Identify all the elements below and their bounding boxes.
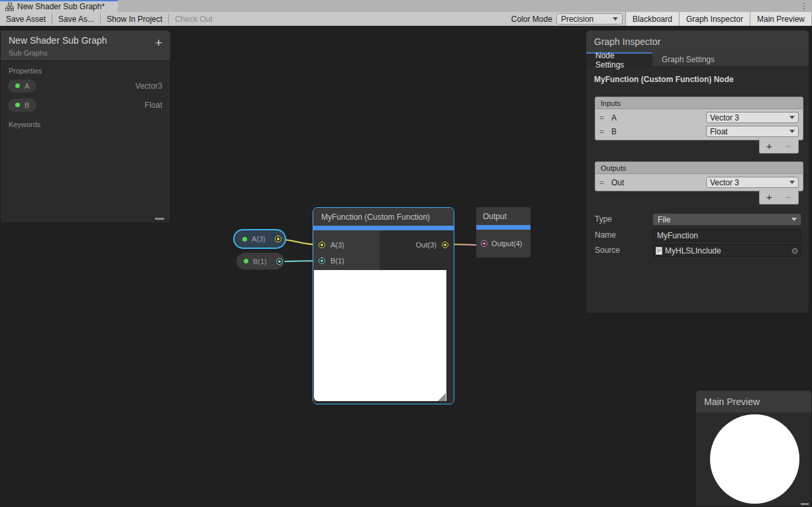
tab-node-settings[interactable]: Node Settings xyxy=(586,52,652,67)
graph-inspector-toggle-button[interactable]: Graph Inspector xyxy=(679,12,750,26)
drag-handle-icon[interactable]: = xyxy=(599,127,609,136)
document-tab-title: New Shader Sub Graph* xyxy=(17,2,105,11)
keywords-section-label: Keywords xyxy=(1,115,170,130)
name-input[interactable] xyxy=(652,229,801,242)
node-title[interactable]: MyFunction (Custom Function) xyxy=(313,208,454,226)
resize-handle[interactable] xyxy=(155,218,164,220)
show-in-project-button[interactable]: Show In Project xyxy=(101,12,168,26)
add-output-button[interactable]: + xyxy=(766,191,772,203)
source-object-field[interactable]: MyHLSLInclude ⊙ xyxy=(652,244,801,257)
node-outputs-column: Out(3) xyxy=(380,230,454,270)
output-type-dropdown[interactable]: Vector 3 xyxy=(706,177,799,188)
output-port-icon[interactable] xyxy=(275,236,281,242)
precision-color-bar xyxy=(313,226,454,230)
resize-handle[interactable] xyxy=(801,503,809,505)
input-type-dropdown[interactable]: Vector 3 xyxy=(706,112,799,123)
input-port-icon[interactable] xyxy=(319,257,325,264)
node-title[interactable]: Output xyxy=(476,207,531,225)
blackboard-toggle-button[interactable]: Blackboard xyxy=(625,12,679,26)
inspector-tabs: Node Settings Graph Settings xyxy=(586,52,809,67)
output-name: Out xyxy=(611,178,624,187)
color-mode-dropdown[interactable]: Precision xyxy=(556,13,623,24)
property-name: A xyxy=(25,82,29,90)
output-node[interactable]: Output Output(4) xyxy=(476,207,531,257)
main-preview-toggle-button[interactable]: Main Preview xyxy=(750,12,812,26)
input-port-icon[interactable] xyxy=(481,240,487,247)
input-port-label: A(3) xyxy=(330,241,344,249)
property-row-b[interactable]: B Float xyxy=(1,95,170,115)
input-list-row[interactable]: = A Vector 3 xyxy=(595,111,803,124)
preview-sphere[interactable] xyxy=(710,414,799,504)
input-port-row: B(1) xyxy=(313,253,380,269)
drag-handle-icon[interactable]: = xyxy=(599,178,609,187)
chevron-down-icon xyxy=(613,17,618,21)
input-port-label: B(1) xyxy=(330,257,344,265)
input-port-row: Output(4) xyxy=(476,230,531,257)
shader-graph-icon xyxy=(5,3,14,11)
chevron-down-icon xyxy=(791,218,797,221)
name-field-row: Name xyxy=(595,229,803,242)
graph-inspector-title: Graph Inspector xyxy=(586,30,809,52)
drag-handle-icon[interactable]: = xyxy=(599,113,609,122)
graph-inspector-panel: Graph Inspector Node Settings Graph Sett… xyxy=(585,30,809,314)
window-tab-bar: New Shader Sub Graph* ⋮ xyxy=(0,0,812,12)
property-row-a[interactable]: A Vector3 xyxy=(1,76,170,95)
input-port-label: Output(4) xyxy=(491,240,522,248)
node-preview-image xyxy=(314,270,446,401)
source-label: Source xyxy=(595,246,620,255)
custom-function-node[interactable]: MyFunction (Custom Function) A(3) B(1) O… xyxy=(313,207,454,404)
node-inputs-column: A(3) B(1) xyxy=(313,230,380,270)
tab-graph-settings[interactable]: Graph Settings xyxy=(652,52,724,67)
blackboard-header: New Shader Sub Graph Sub Graphs + xyxy=(1,30,170,61)
script-file-icon xyxy=(656,247,662,255)
type-label: Type xyxy=(595,214,612,224)
input-type-dropdown[interactable]: Float xyxy=(706,126,799,137)
save-asset-button[interactable]: Save Asset xyxy=(0,12,52,26)
object-picker-icon[interactable]: ⊙ xyxy=(788,245,801,256)
precision-color-bar xyxy=(476,225,531,230)
document-tab[interactable]: New Shader Sub Graph* xyxy=(0,0,118,12)
property-pill-a[interactable]: A xyxy=(7,79,37,93)
input-type-value: Float xyxy=(710,127,728,136)
output-port-label: Out(3) xyxy=(416,241,436,249)
inputs-list-footer: + − xyxy=(759,139,799,154)
main-preview-title: Main Preview xyxy=(696,391,811,412)
property-pill-b[interactable]: B xyxy=(7,98,37,113)
add-property-button[interactable]: + xyxy=(155,36,162,50)
input-port-row: A(3) xyxy=(313,237,380,253)
outputs-list-footer: + − xyxy=(759,190,799,205)
type-dropdown[interactable]: File xyxy=(652,213,801,226)
property-node-label: B(1) xyxy=(253,257,267,265)
property-node-label: A(3) xyxy=(252,235,266,243)
add-input-button[interactable]: + xyxy=(766,140,772,152)
output-port-row: Out(3) xyxy=(380,237,454,253)
save-as-button[interactable]: Save As... xyxy=(52,12,100,26)
remove-output-button: − xyxy=(786,191,791,203)
exposed-indicator xyxy=(242,237,247,242)
input-port-icon[interactable] xyxy=(319,242,325,248)
exposed-indicator xyxy=(15,103,20,107)
blackboard-panel: New Shader Sub Graph Sub Graphs + Proper… xyxy=(0,30,171,223)
chevron-down-icon xyxy=(789,116,795,119)
preview-resize-handle[interactable] xyxy=(438,393,446,401)
node-preview-area xyxy=(313,270,454,404)
property-node-b[interactable]: B(1) xyxy=(236,252,285,270)
source-value: MyHLSLInclude xyxy=(665,246,721,255)
overflow-menu-icon[interactable]: ⋮ xyxy=(800,1,808,11)
property-node-a[interactable]: A(3) xyxy=(233,229,286,249)
chevron-down-icon xyxy=(789,181,795,184)
output-type-value: Vector 3 xyxy=(710,178,739,187)
chevron-down-icon xyxy=(789,130,795,133)
type-value: File xyxy=(658,215,670,224)
output-port-icon[interactable] xyxy=(276,258,283,265)
source-field-row: Source MyHLSLInclude ⊙ xyxy=(595,244,803,257)
graph-canvas[interactable]: New Shader Sub Graph Sub Graphs + Proper… xyxy=(0,26,812,507)
output-port-icon[interactable] xyxy=(442,242,448,248)
outputs-list: Outputs = Out Vector 3 xyxy=(595,161,803,191)
exposed-indicator xyxy=(15,83,20,88)
exposed-indicator xyxy=(244,259,248,263)
remove-input-button: − xyxy=(786,140,791,152)
output-list-row[interactable]: = Out Vector 3 xyxy=(595,175,803,189)
input-list-row[interactable]: = B Float xyxy=(595,124,803,138)
blackboard-subtitle: Sub Graphs xyxy=(9,49,162,57)
